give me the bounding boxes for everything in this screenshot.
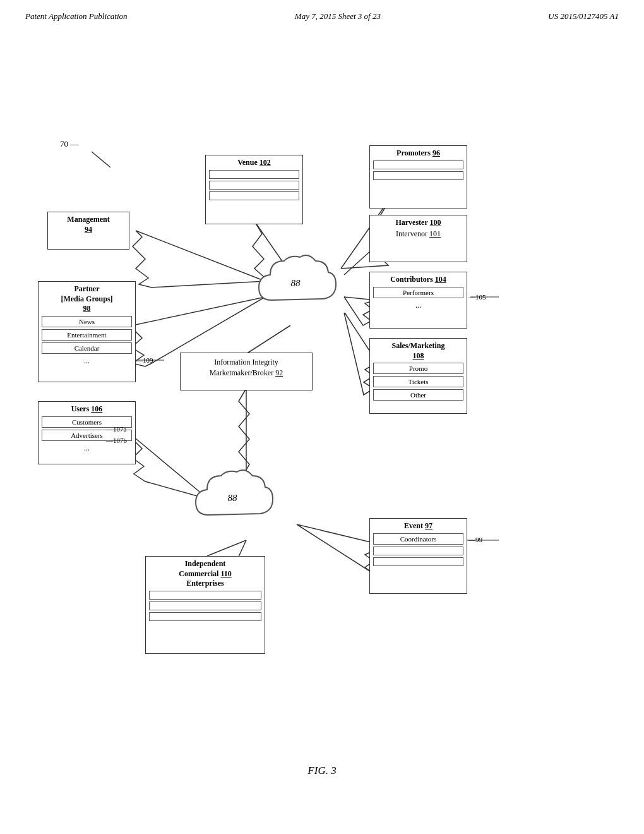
event-box: Event 97 Coordinators bbox=[369, 518, 467, 594]
label-107a: —107a bbox=[106, 425, 126, 433]
svg-line-11 bbox=[297, 524, 376, 543]
label-105: —105 bbox=[468, 293, 486, 301]
cloud-bottom: 88 bbox=[189, 464, 278, 536]
svg-line-5 bbox=[133, 297, 265, 325]
users-box: Users 106 Customers Advertisers ... bbox=[38, 401, 136, 464]
diagram-container: 70 — 88 88 Management94 Venue 102 Promot… bbox=[0, 51, 644, 796]
partner-box: Partner[Media Groups]98 News Entertainme… bbox=[38, 281, 136, 382]
svg-line-0 bbox=[92, 152, 110, 167]
promoters-box: Promoters 96 bbox=[369, 145, 467, 208]
svg-line-7 bbox=[246, 325, 290, 354]
label-109: —109 bbox=[136, 356, 153, 364]
info-integrity-box: Information IntegrityMarketmaker/Broker … bbox=[180, 353, 313, 390]
contributors-box: Contributors 104 Performers ... bbox=[369, 272, 467, 329]
page-header: Patent Application Publication May 7, 20… bbox=[0, 0, 644, 21]
harvester-box: Harvester 100 Intervenor 101 bbox=[369, 215, 467, 262]
management-box: Management94 bbox=[47, 212, 129, 250]
venue-box: Venue 102 bbox=[205, 155, 303, 224]
ref-70: 70 — bbox=[60, 139, 78, 149]
header-left: Patent Application Publication bbox=[25, 11, 128, 21]
fig-label: FIG. 3 bbox=[307, 764, 336, 777]
svg-text:88: 88 bbox=[228, 493, 238, 503]
header-center: May 7, 2015 Sheet 3 of 23 bbox=[295, 11, 381, 21]
svg-line-1 bbox=[136, 231, 265, 281]
independent-box: IndependentCommercial 110Enterprises bbox=[145, 556, 265, 654]
sales-box: Sales/Marketing108 Promo Tickets Other bbox=[369, 338, 467, 414]
cloud-top: 88 bbox=[253, 250, 341, 322]
svg-line-12 bbox=[207, 540, 246, 556]
svg-text:88: 88 bbox=[291, 278, 301, 288]
label-107b: —107b bbox=[106, 437, 127, 444]
header-right: US 2015/0127405 A1 bbox=[548, 11, 619, 21]
label-99: —99 bbox=[468, 536, 482, 543]
